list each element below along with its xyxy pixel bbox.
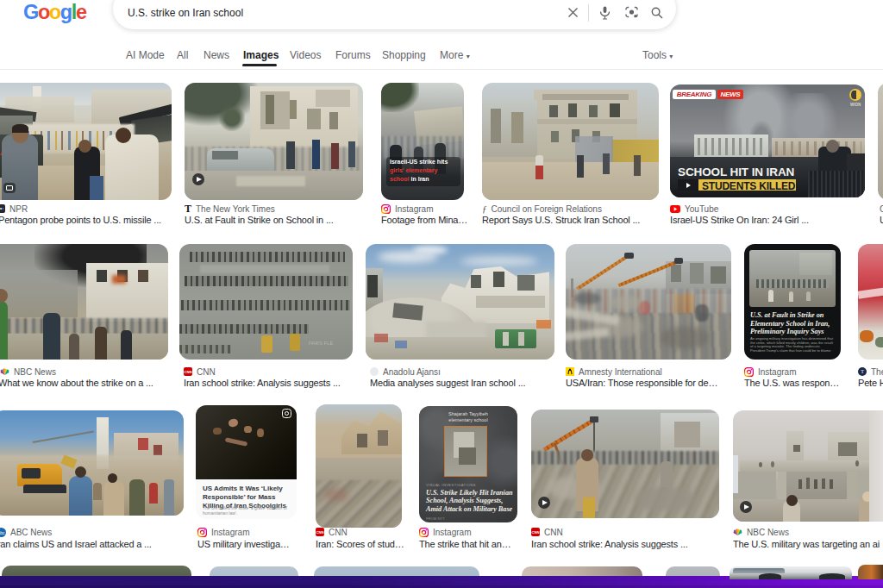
svg-text:CNN: CNN <box>316 530 323 535</box>
svg-text:abc: abc <box>0 529 5 535</box>
svg-text:Google: Google <box>23 1 87 23</box>
svg-text:CNN: CNN <box>184 370 191 374</box>
svg-text:T: T <box>861 369 864 374</box>
svg-text:CNN: CNN <box>531 530 539 535</box>
